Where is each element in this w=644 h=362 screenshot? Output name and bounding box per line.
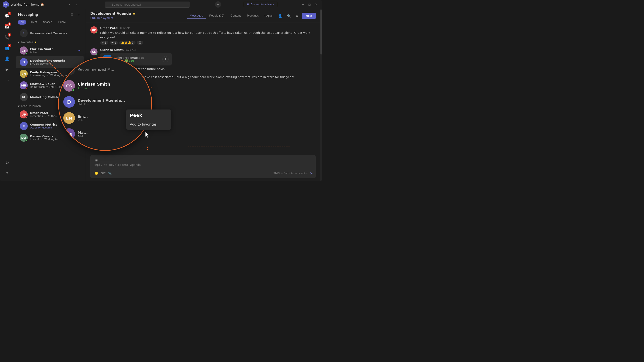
download-button[interactable]: ⬇: [162, 56, 168, 62]
context-peek-item[interactable]: Peek: [126, 110, 171, 120]
common-status: Usability research: [30, 126, 80, 129]
chat-subtitle: ENG Deployment: [90, 16, 113, 20]
message-input-area: ⊞ 🙂 GIF 📎 Shift + Enter for a new line: [86, 152, 320, 181]
participant-avatar-4: [117, 81, 123, 87]
close-button[interactable]: ✕: [313, 1, 319, 7]
format-icon-btn[interactable]: ⊞: [94, 157, 99, 163]
reaction-heart[interactable]: ❤ 1: [110, 41, 118, 45]
filter-public[interactable]: Public: [56, 20, 68, 24]
umar-msg-status: [96, 32, 98, 33]
file-meta: 24 KB • ✅ Safe: [114, 59, 160, 62]
filter-icon-btn[interactable]: ☰: [69, 12, 75, 18]
clarissa-name: Clarissa Smith: [30, 47, 76, 51]
participant-avatar-3: [111, 81, 117, 87]
calendar-badge: 1: [8, 22, 11, 26]
filter-all[interactable]: All: [18, 20, 26, 24]
sidebar-item-apps[interactable]: ▶: [2, 64, 12, 74]
emily-name: Emily Nakagawa: [30, 71, 80, 74]
nav-buttons: ‹ ›: [66, 1, 80, 7]
search-wrap: 🔍: [105, 1, 190, 7]
messages-area[interactable]: UP Umar Patel 8:12 AM I think we should …: [86, 23, 320, 152]
gif-btn[interactable]: GIF: [100, 170, 106, 176]
input-box: ⊞ 🙂 GIF 📎 Shift + Enter for a new line: [90, 155, 316, 178]
context-add-favorites-item[interactable]: Add to favorites: [126, 120, 171, 129]
recommended-label: Recommended Messages: [30, 31, 67, 35]
emily-status-dot: [26, 75, 28, 78]
darren-avatar: DO: [20, 134, 28, 142]
chat-title-group: Development Agenda ★ ENG Deployment: [90, 12, 136, 20]
monitor-icon: 🖥: [247, 3, 249, 6]
feature-launch-section-header[interactable]: ▼ Feature launch: [14, 103, 86, 109]
tab-messages[interactable]: Messages: [187, 13, 206, 18]
sidebar-item-settings[interactable]: ⚙: [2, 158, 12, 168]
darren-name: Darren Owens: [30, 134, 80, 138]
conversation-umar[interactable]: UP Umar Patel Presenting • At the...: [16, 109, 84, 120]
clarissa-msg-content: Clarissa Smith 8:28 AM 📄 project-roadmap…: [100, 48, 316, 71]
input-tools: 🙂 GIF 📎: [94, 170, 113, 176]
emily-status: In a meeting • Working from home: [30, 74, 80, 77]
scroll-track[interactable]: [320, 9, 322, 181]
add-person-icon-btn[interactable]: 👤+: [278, 13, 284, 19]
reaction-thumbs[interactable]: 👍👍👍 3: [119, 41, 135, 45]
file-attachment: 📄 project-roadmap.doc 24 KB • ✅ Safe ⬇: [100, 53, 172, 65]
meet-button[interactable]: Meet: [302, 13, 316, 19]
chevron-down-icon: ▼: [18, 41, 20, 43]
maximize-button[interactable]: □: [306, 1, 312, 7]
tab-content[interactable]: Content: [228, 13, 244, 18]
conversation-clarissa[interactable]: CS Clarissa Smith Active: [16, 45, 84, 56]
sidebar-item-more[interactable]: ···: [2, 75, 12, 85]
devagenda-avatar: D: [20, 58, 28, 66]
clarissa-msg-header: Clarissa Smith 8:28 AM: [100, 48, 316, 52]
add-button[interactable]: +: [215, 1, 221, 7]
tab-people[interactable]: People (30): [206, 13, 227, 18]
chat-title-row: Development Agenda ★: [90, 12, 136, 16]
filter-direct[interactable]: Direct: [27, 20, 39, 24]
conversation-emily[interactable]: EN Emily Nakagawa In a meeting • Working…: [16, 68, 84, 79]
darren-info: Darren Owens In a call • Working fro...: [30, 134, 80, 141]
sidebar-item-calls[interactable]: 📞 1: [2, 32, 12, 42]
favorites-section-header[interactable]: ▼ Favorites ★: [14, 39, 86, 45]
conversation-matthew[interactable]: MB Matthew Baker Do Not Disturb until 16…: [16, 79, 84, 91]
add-apps-button[interactable]: + Apps: [262, 13, 274, 18]
recommended-messages-item[interactable]: ⚡ Recommended Messages: [16, 27, 84, 39]
reaction-lightning[interactable]: ⚡ 1: [100, 41, 108, 45]
minimize-button[interactable]: ─: [300, 1, 306, 7]
umar-msg-time: 8:12 AM: [120, 26, 130, 29]
sidebar-item-contacts[interactable]: 👤: [2, 54, 12, 63]
connect-device-button[interactable]: 🖥 Connect to a device: [244, 2, 277, 7]
sidebar-item-help[interactable]: ?: [2, 168, 12, 178]
conversation-marketing[interactable]: M Marketing Collateral: [16, 91, 84, 103]
back-button[interactable]: ‹: [66, 1, 73, 7]
sidebar-item-people[interactable]: 👥 1: [2, 43, 12, 53]
conversation-darren[interactable]: DO Darren Owens In a call • Working fro.…: [16, 132, 84, 143]
input-right: Shift + Enter for a new line ➤: [273, 171, 312, 175]
search-input[interactable]: [105, 1, 190, 7]
settings-chat-icon-btn[interactable]: ⚙: [294, 13, 300, 19]
conversation-devagenda[interactable]: D Development Agenda ENG Deployment: [16, 56, 84, 68]
sidebar-item-calendar[interactable]: 📅 1: [2, 21, 12, 31]
participant-avatar-2: [105, 81, 111, 87]
chat-header: Development Agenda ★ ENG Deployment Mess…: [86, 9, 320, 23]
filter-tabs: All Direct Spaces Public: [14, 20, 86, 24]
message-umar: UP Umar Patel 8:12 AM I think we should …: [90, 26, 316, 45]
compose-icon-btn[interactable]: +: [76, 12, 82, 18]
conversation-common[interactable]: C Common Metrics Usability research: [16, 120, 84, 132]
more-icon: ···: [5, 78, 9, 82]
marketing-info: Marketing Collateral: [30, 95, 80, 99]
attach-btn[interactable]: 📎: [107, 170, 113, 176]
filter-spaces[interactable]: Spaces: [40, 20, 55, 24]
tab-meetings[interactable]: Meetings: [244, 13, 262, 18]
forward-button[interactable]: ›: [74, 1, 80, 7]
file-name: project-roadmap.doc: [114, 56, 160, 59]
emoji-btn[interactable]: 🙂: [94, 170, 99, 176]
message-input[interactable]: [94, 163, 312, 168]
umar-reactions: ⚡ 1 ❤ 1 👍👍👍 3 😊: [100, 41, 316, 45]
sidebar-bottom: ⚙ ?: [2, 158, 12, 181]
common-name: Common Metrics: [30, 123, 80, 126]
reaction-smile[interactable]: 😊: [137, 41, 143, 45]
participant-avatar-more: +2: [134, 81, 140, 87]
participant-avatar-5: [122, 81, 129, 87]
search-chat-icon-btn[interactable]: 🔍: [286, 13, 292, 19]
sidebar-item-chat[interactable]: 💬 5: [2, 11, 12, 20]
send-button[interactable]: ➤: [310, 171, 312, 175]
